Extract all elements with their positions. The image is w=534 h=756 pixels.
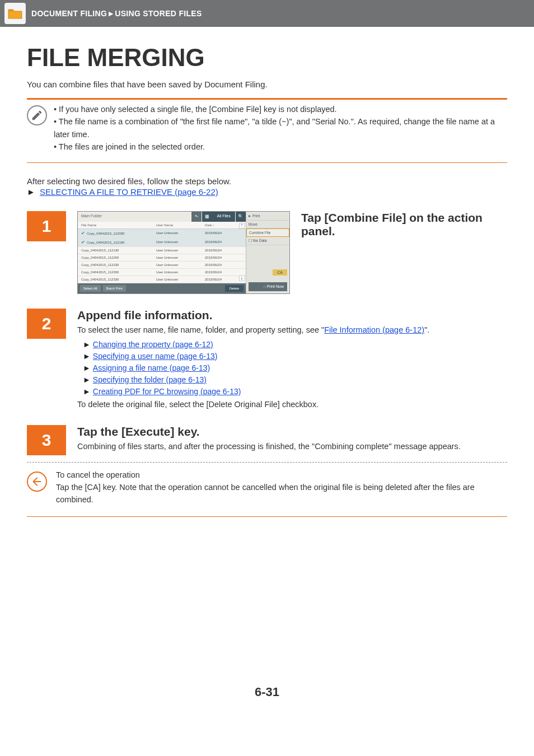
ap-combine[interactable]: Combine File [246,228,289,237]
pencil-icon [27,105,47,125]
shot-mainfolder: Main Folder [78,212,191,222]
after-select-text: After selecting two desired files, follo… [27,176,507,186]
ap-print[interactable]: Print [252,214,260,218]
col-user[interactable]: User Name [156,223,205,227]
scroll-top-icon[interactable]: ⤒ [239,223,245,228]
page-title: FILE MERGING [27,44,507,72]
table-row[interactable]: ✔Copy_04042015_112100User Unknown2015/06… [78,238,246,247]
sublink[interactable]: Assigning a file name (page 6-13) [93,363,210,372]
breadcrumb: DOCUMENT FILING►USING STORED FILES [31,9,202,18]
back-icon [27,472,47,492]
step-number-3: 3 [27,425,66,455]
divider [27,516,507,517]
cancel-title: To cancel the operation [56,469,507,482]
select-file-link[interactable]: SELECTING A FILE TO RETRIEVE (page 6-22) [40,187,218,197]
divider [27,162,507,163]
note-item: The file name is a combination of "the f… [54,115,507,141]
step3-title: Tap the [Execute] key. [77,425,507,438]
sublink[interactable]: Changing the property (page 6-12) [93,340,213,349]
up-icon[interactable]: ⬑ [191,212,202,222]
folder-icon [4,3,26,24]
col-date[interactable]: Date ↓ [205,223,242,227]
device-screenshot: ▸Print Move Combine File the Data CA ◇ P… [77,211,290,294]
step2-delete-text: To delete the original file, select the … [77,399,507,411]
sublink[interactable]: Specifying a user name (page 6-13) [93,352,218,361]
step3-text: Combining of files starts, and after the… [77,441,507,453]
ap-print-now[interactable]: ◇ Print Now [249,282,287,291]
sublink[interactable]: Creating PDF for PC browsing (page 6-13) [93,387,241,396]
col-file[interactable]: File Name [81,223,156,227]
file-info-link[interactable]: File Information (page 6-12) [324,325,424,334]
ap-move[interactable]: Move [246,221,289,228]
table-row[interactable]: Copy_04042015_112130User Unknown2015/06/… [78,247,246,254]
divider [27,98,507,100]
step-number-1: 1 [27,211,66,241]
table-row[interactable]: ✔Copy_04042015_112030User Unknown2015/06… [78,229,246,238]
table-row[interactable]: Copy_04042015_112230User Unknown2015/06/… [78,262,246,269]
step2-title: Append file information. [77,309,507,322]
intro-text: You can combine files that have been sav… [27,80,507,89]
tab-all-files[interactable]: All Files [212,212,235,222]
doc-header: DOCUMENT FILING►USING STORED FILES [0,0,534,27]
ap-thedata[interactable]: the Data [246,237,289,245]
step1-title: Tap [Combine File] on the action panel. [301,211,507,238]
cancel-text: Tap the [CA] key. Note that the operatio… [56,482,507,506]
notes-list: If you have only selected a single file,… [54,103,507,153]
play-icon: ► [27,187,35,197]
table-row[interactable]: Copy_04042015_112330User Unknown2015/06/… [78,276,246,283]
sublink[interactable]: Specifying the folder (page 6-13) [93,375,207,384]
grid-icon[interactable]: ▦ [202,212,212,222]
table-row[interactable]: Copy_04042015_112200User Unknown2015/06/… [78,254,246,262]
note-item: If you have only selected a single file,… [54,103,507,115]
dashed-divider [27,462,507,463]
scroll-bottom-icon[interactable]: ⤓ [239,276,245,281]
table-row[interactable]: Copy_04042015_112300User Unknown2015/06/… [78,269,246,276]
btn-select-all[interactable]: Select All [80,285,101,292]
step-number-2: 2 [27,309,66,339]
page-number: 6-31 [27,685,507,699]
note-item: The files are joined in the selected ord… [54,141,507,153]
btn-batch-print[interactable]: Batch Print [103,285,126,292]
btn-delete[interactable]: Delete [225,285,243,292]
step2-text: To select the user name, file name, fold… [77,324,507,337]
ap-ca[interactable]: CA [273,269,287,276]
search-icon[interactable]: 🔍 [236,212,246,222]
